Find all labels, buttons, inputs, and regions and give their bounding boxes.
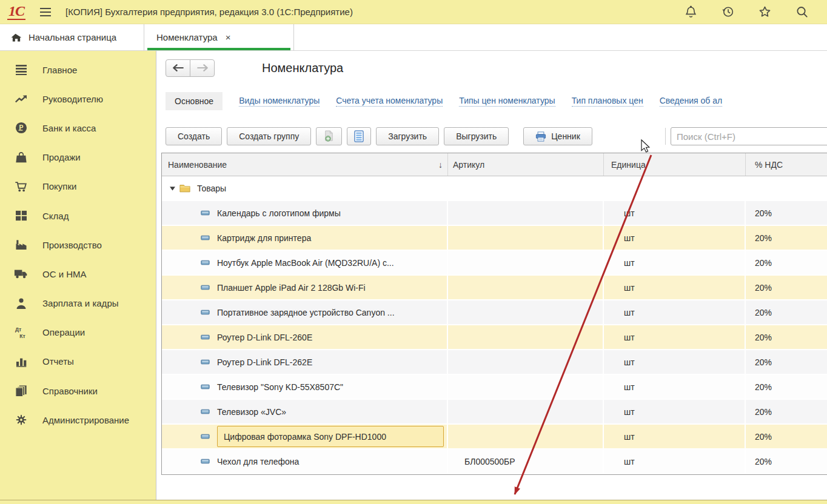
cell-article	[448, 276, 604, 299]
sidebar-item-pokupki[interactable]: Покупки	[0, 172, 156, 201]
cell-name: Телевизор «JVC»	[162, 400, 448, 423]
create-group-button[interactable]: Создать группу	[227, 127, 311, 145]
table-row[interactable]: Телевизор «JVC»шт20%	[162, 400, 827, 425]
column-header-name[interactable]: Наименование ↓	[162, 153, 448, 176]
sidebar-item-glavnoe[interactable]: Главное	[0, 55, 156, 84]
nav-link-svedeniya-ob-al[interactable]: Сведения об ал	[660, 96, 723, 107]
global-search-icon[interactable]	[795, 5, 809, 19]
arrow-left-icon	[172, 63, 185, 73]
table-row[interactable]: Телевизор "Sony KD-55X8507C"шт20%	[162, 375, 827, 400]
svg-text:Кт: Кт	[19, 333, 25, 339]
sidebar-item-os-i-nma[interactable]: ОС и НМА	[0, 259, 156, 288]
table-group-row[interactable]: Товары	[162, 176, 827, 201]
sidebar-item-label: Отчеты	[42, 356, 74, 366]
tab-label: Номенклатура	[156, 32, 218, 42]
cart-icon	[14, 181, 28, 193]
sidebar-item-sklad[interactable]: Склад	[0, 201, 156, 230]
sidebar-item-label: Главное	[42, 65, 77, 75]
cell-vat: 20%	[746, 201, 827, 225]
nav-link-vidy-nomenklatury[interactable]: Виды номенклатуры	[239, 96, 320, 107]
factory-icon	[14, 239, 28, 250]
price-tag-button[interactable]: Ценник	[523, 127, 592, 145]
table-row[interactable]: Портативное зарядное устройство Canyon .…	[162, 300, 827, 325]
tab-bar: Начальная страница Номенклатура ×	[0, 24, 827, 51]
title-bar: 1С [КОПИЯ] Бухгалтерия предприятия, реда…	[0, 0, 827, 24]
truck-icon	[14, 268, 28, 279]
sidebar-item-proizvodstvo[interactable]: Производство	[0, 230, 156, 259]
table-row[interactable]: Ноутбук Apple MacBook Air (MQD32RU/A) с.…	[162, 251, 827, 276]
item-name-label: Ноутбук Apple MacBook Air (MQD32RU/A) с.…	[217, 258, 394, 268]
home-tab-label: Начальная страница	[28, 32, 116, 42]
create-button[interactable]: Создать	[166, 127, 222, 145]
printer-icon	[535, 131, 546, 142]
cell-article	[448, 226, 604, 250]
doc-plus-icon	[323, 130, 335, 142]
cell-unit: шт	[604, 325, 746, 349]
load-button[interactable]: Загрузить	[376, 127, 439, 145]
cell-name: Картридж для принтера	[162, 226, 448, 250]
person-icon	[14, 297, 28, 310]
menu-lines-icon	[14, 64, 28, 75]
cell-unit	[604, 176, 746, 200]
cell-vat: 20%	[746, 226, 827, 250]
item-name-label: Портативное зарядное устройство Canyon .…	[217, 308, 395, 317]
table-row[interactable]: Роутер D-Link DFL-262Eшт20%	[162, 350, 827, 375]
sidebar-item-administrirovanie[interactable]: Администрирование	[0, 405, 156, 434]
tab-nomenklatura[interactable]: Номенклатура ×	[144, 24, 294, 50]
cell-unit: шт	[604, 375, 746, 399]
column-header-unit[interactable]: Единица	[604, 153, 746, 176]
sidebar-item-spravochniki[interactable]: Справочники	[0, 376, 156, 405]
sidebar-item-label: Продажи	[42, 152, 81, 162]
cell-vat: 20%	[746, 449, 827, 473]
history-icon[interactable]	[721, 5, 735, 19]
item-name-label: Роутер D-Link DFL-260E	[217, 333, 312, 342]
cell-vat: 20%	[746, 425, 827, 448]
cell-unit: шт	[604, 251, 746, 274]
grid-icon	[14, 210, 28, 221]
item-name-label: Товары	[197, 184, 226, 193]
nav-link-tip-planovyh-cen[interactable]: Тип плановых цен	[572, 96, 643, 107]
page-title: Номенклатура	[262, 61, 343, 75]
cell-vat: 20%	[746, 251, 827, 274]
sidebar-item-label: Администрирование	[42, 415, 129, 425]
list-settings-button[interactable]	[347, 127, 371, 145]
nav-link-scheta-ucheta-nomenklatury[interactable]: Счета учета номенклатуры	[336, 96, 443, 107]
table-row[interactable]: Картридж для принтерашт20%	[162, 226, 827, 251]
nav-link-osnovnoe[interactable]: Основное	[166, 92, 223, 110]
table-row[interactable]: Календарь с логотипом фирмышт20%	[162, 201, 827, 226]
item-name-label: Планшет Apple iPad Air 2 128Gb Wi-Fi	[217, 283, 366, 293]
dtkt-icon: ДтКт	[14, 326, 28, 339]
sidebar-item-zarplata-i-kadry[interactable]: Зарплата и кадры	[0, 289, 156, 318]
search-input[interactable]	[671, 127, 827, 145]
table-row[interactable]: Планшет Apple iPad Air 2 128Gb Wi-Fiшт20…	[162, 276, 827, 300]
sidebar-item-bank-i-kassa[interactable]: РБанк и касса	[0, 113, 156, 142]
copy-document-button[interactable]	[316, 127, 342, 145]
notifications-icon[interactable]	[684, 5, 698, 19]
home-icon	[10, 32, 21, 43]
table-row[interactable]: Цифровая фоторамка Sony DPF-HD1000шт20%	[162, 425, 827, 449]
expand-triangle-icon	[170, 186, 175, 191]
sidebar-item-rukovoditelyu[interactable]: Руководителю	[0, 84, 156, 113]
table-row[interactable]: Роутер D-Link DFL-260Eшт20%	[162, 325, 827, 350]
cell-article: БЛ000500БР	[448, 449, 604, 473]
table-row[interactable]: Чехол для телефонаБЛ000500БРшт20%	[162, 449, 827, 474]
hamburger-menu-icon[interactable]	[39, 7, 52, 18]
gear-icon	[14, 414, 28, 426]
cell-name: Роутер D-Link DFL-260E	[162, 325, 448, 349]
favorites-icon[interactable]	[758, 5, 772, 19]
column-header-article[interactable]: Артикул	[448, 153, 604, 176]
home-tab[interactable]: Начальная страница	[0, 24, 144, 50]
sidebar-item-prodazhi[interactable]: Продажи	[0, 143, 156, 172]
unload-button[interactable]: Выгрузить	[444, 127, 509, 145]
nav-link-tipy-cen-nomenklatury[interactable]: Типы цен номенклатуры	[459, 96, 555, 107]
item-icon	[201, 334, 210, 340]
back-button[interactable]	[166, 59, 190, 77]
sidebar-item-otchety[interactable]: Отчеты	[0, 347, 156, 376]
column-header-vat[interactable]: % НДС	[746, 153, 827, 176]
item-icon	[201, 458, 210, 465]
cell-article	[448, 251, 604, 274]
tab-close-icon[interactable]: ×	[226, 32, 231, 42]
forward-button[interactable]	[190, 59, 215, 77]
sidebar-item-operacii[interactable]: ДтКтОперации	[0, 318, 156, 347]
cell-unit: шт	[604, 449, 746, 473]
